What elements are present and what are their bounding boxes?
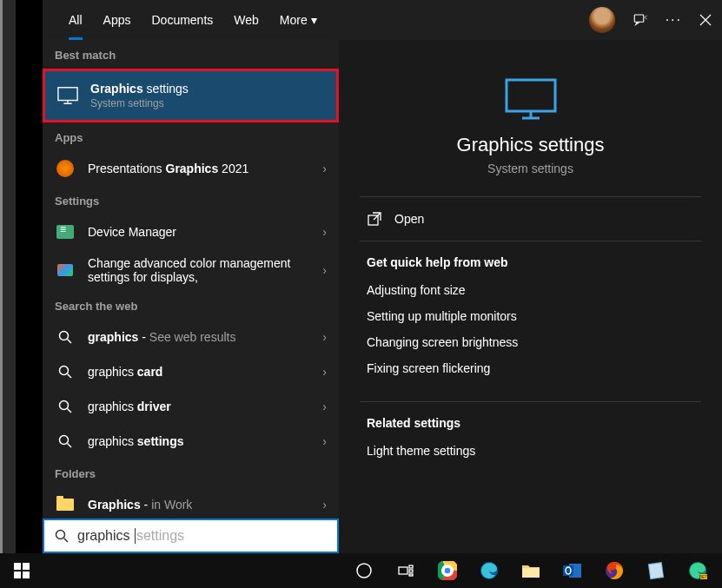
svg-point-4: [60, 401, 69, 410]
open-icon: [367, 211, 382, 227]
chrome-icon[interactable]: [430, 553, 465, 588]
chevron-right-icon: ›: [322, 263, 327, 277]
svg-rect-1: [58, 88, 77, 101]
preview-title: Graphics settings: [360, 134, 701, 156]
section-folders: Folders: [43, 459, 339, 487]
search-icon: [55, 327, 76, 347]
edge-icon[interactable]: [472, 553, 507, 588]
result-folder-graphics-1[interactable]: Graphics - in Work ›: [43, 487, 339, 522]
result-presentations-graphics[interactable]: Presentations Graphics 2021 ›: [43, 151, 339, 186]
svg-rect-16: [409, 570, 413, 572]
search-icon: [55, 361, 76, 382]
device-manager-icon: [55, 221, 76, 242]
related-link-light-theme[interactable]: Light theme settings: [367, 444, 694, 458]
result-color-management[interactable]: Change advanced color management setting…: [43, 249, 339, 291]
svg-rect-25: [522, 568, 540, 578]
tab-all[interactable]: All: [58, 0, 93, 40]
open-button[interactable]: Open: [360, 197, 701, 241]
outlook-icon[interactable]: [555, 553, 590, 588]
chevron-right-icon: ›: [322, 434, 327, 448]
help-link-brightness[interactable]: Changing screen brightness: [367, 335, 694, 349]
quick-help-header: Get quick help from web: [367, 255, 694, 269]
section-search-web: Search the web: [43, 291, 339, 320]
folder-icon: [55, 494, 76, 515]
svg-point-13: [357, 564, 371, 578]
chevron-right-icon: ›: [322, 162, 327, 175]
task-view-icon[interactable]: [388, 553, 423, 588]
related-settings-header: Related settings: [367, 416, 694, 430]
preview-pane: Graphics settings System settings Open G…: [339, 40, 722, 553]
chevron-right-icon: ›: [322, 498, 327, 512]
tab-documents[interactable]: Documents: [141, 0, 223, 40]
search-icon: [55, 529, 69, 543]
svg-rect-14: [399, 567, 407, 574]
result-web-graphics-settings[interactable]: graphics settings ›: [43, 424, 339, 459]
presentations-app-icon: [55, 158, 76, 179]
firefox-icon[interactable]: [597, 553, 632, 588]
result-web-graphics-card[interactable]: graphics card ›: [43, 354, 339, 389]
svg-point-5: [60, 436, 69, 445]
color-management-icon: [55, 260, 76, 281]
start-search-panel: All Apps Documents Web More▾ ··· Best ma…: [43, 0, 722, 553]
file-explorer-icon[interactable]: [513, 553, 548, 588]
monitor-icon: [57, 85, 78, 106]
search-input[interactable]: graphics settings: [43, 519, 339, 553]
result-web-graphics[interactable]: graphics - See web results ›: [43, 320, 339, 354]
svg-rect-17: [409, 574, 413, 576]
help-link-multiple-monitors[interactable]: Setting up multiple monitors: [367, 309, 694, 323]
svg-rect-31: [649, 563, 663, 578]
svg-rect-9: [14, 563, 21, 570]
result-device-manager[interactable]: Device Manager ›: [43, 215, 339, 249]
tab-web[interactable]: Web: [223, 0, 269, 40]
search-text: graphics settings: [77, 528, 327, 545]
svg-rect-6: [507, 80, 555, 111]
section-apps: Apps: [43, 122, 339, 151]
edge-beta-icon[interactable]: BETA: [680, 553, 715, 588]
svg-rect-10: [23, 563, 30, 570]
svg-rect-11: [14, 571, 21, 578]
svg-text:BETA: BETA: [699, 574, 707, 579]
taskbar: BETA: [0, 553, 722, 588]
chevron-right-icon: ›: [322, 400, 327, 413]
svg-rect-15: [409, 565, 413, 568]
results-list: Best match Graphics settings System sett…: [43, 40, 339, 553]
search-icon: [55, 396, 76, 417]
section-settings: Settings: [43, 186, 339, 215]
start-button[interactable]: [0, 553, 43, 588]
feedback-icon[interactable]: [633, 12, 648, 28]
svg-point-3: [60, 367, 69, 375]
user-avatar[interactable]: [589, 7, 615, 33]
result-graphics-settings[interactable]: Graphics settings System settings: [43, 69, 339, 122]
svg-point-8: [56, 531, 65, 539]
chevron-right-icon: ›: [322, 365, 327, 379]
notepad-icon[interactable]: [639, 553, 673, 588]
search-scope-tabs: All Apps Documents Web More▾ ···: [43, 0, 722, 40]
search-icon: [55, 431, 76, 452]
svg-point-2: [60, 332, 69, 340]
chevron-right-icon: ›: [322, 330, 327, 344]
tab-apps[interactable]: Apps: [93, 0, 142, 40]
svg-rect-0: [634, 15, 644, 22]
monitor-icon: [360, 78, 701, 120]
preview-subtitle: System settings: [360, 162, 701, 175]
chevron-right-icon: ›: [322, 225, 327, 239]
chevron-down-icon: ▾: [311, 13, 317, 27]
svg-rect-12: [23, 571, 30, 578]
help-link-flickering[interactable]: Fixing screen flickering: [367, 361, 694, 375]
options-icon[interactable]: ···: [666, 12, 682, 28]
close-icon[interactable]: [699, 14, 712, 26]
result-web-graphics-driver[interactable]: graphics driver ›: [43, 389, 339, 424]
help-link-font-size[interactable]: Adjusting font size: [367, 283, 694, 297]
window-edge: [0, 0, 16, 553]
section-best-match: Best match: [43, 40, 339, 69]
cortana-icon[interactable]: [347, 553, 381, 588]
tab-more[interactable]: More▾: [269, 0, 328, 40]
